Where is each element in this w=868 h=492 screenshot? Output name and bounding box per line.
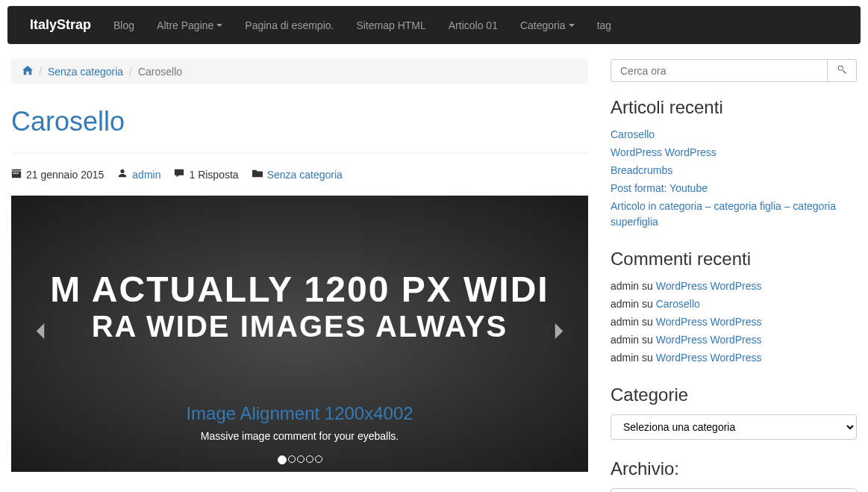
- comment-post-link[interactable]: WordPress WordPress: [656, 280, 762, 292]
- widget-title: Archivio:: [611, 458, 857, 479]
- carousel-prev[interactable]: [22, 314, 58, 355]
- widget-title: Categorie: [611, 384, 857, 405]
- nav-blog[interactable]: Blog: [102, 8, 146, 43]
- breadcrumb-current: Carosello: [123, 66, 182, 78]
- calendar-icon: [11, 168, 22, 181]
- nav-pagina-esempio[interactable]: Pagina di esempio.: [234, 8, 345, 43]
- sidebar: Articoli recenti Carosello WordPress Wor…: [611, 59, 857, 492]
- nav-categoria[interactable]: Categoria: [509, 8, 586, 43]
- search-form: [611, 59, 857, 82]
- archive-select[interactable]: Seleziona mese: [611, 488, 857, 492]
- carousel-image-text: M ACTUALLY 1200 PX WIDI RA WIDE IMAGES A…: [11, 269, 588, 343]
- nav-menu: Blog Altre Pagine Pagina di esempio. Sit…: [102, 8, 622, 43]
- comment-icon: [174, 168, 184, 181]
- chevron-down-icon: [216, 24, 222, 27]
- widget-archive: Archivio: Seleziona mese: [611, 458, 857, 492]
- post-author[interactable]: admin: [132, 169, 160, 181]
- comment-author: admin: [611, 298, 639, 310]
- comment-post-link[interactable]: WordPress WordPress: [656, 334, 762, 346]
- carousel-caption-title: Image Alignment 1200x4002: [11, 403, 588, 424]
- carousel: M ACTUALLY 1200 PX WIDI RA WIDE IMAGES A…: [11, 196, 588, 472]
- recent-post-link[interactable]: Breadcrumbs: [611, 164, 672, 176]
- post-meta: 21 gennaio 2015 admin 1 Risposta Senza c…: [11, 168, 588, 181]
- carousel-indicator-4[interactable]: [306, 455, 313, 463]
- recent-post-link[interactable]: Carosello: [611, 128, 655, 140]
- comment-post-link[interactable]: WordPress WordPress: [656, 352, 762, 364]
- post-category[interactable]: Senza categoria: [267, 169, 343, 181]
- carousel-indicator-1[interactable]: [278, 455, 287, 464]
- widget-categories: Categorie Seleziona una categoria: [611, 384, 857, 440]
- carousel-indicator-5[interactable]: [315, 455, 322, 463]
- widget-title: Commenti recenti: [611, 249, 857, 270]
- comment-author: admin: [611, 334, 639, 346]
- carousel-caption: Image Alignment 1200x4002 Massive image …: [11, 403, 588, 442]
- search-icon: [837, 66, 847, 77]
- nav-articolo-01[interactable]: Articolo 01: [437, 8, 509, 43]
- carousel-indicators: [278, 455, 322, 464]
- post-date: 21 gennaio 2015: [26, 169, 104, 181]
- carousel-indicator-3[interactable]: [297, 455, 305, 463]
- recent-post-link[interactable]: Post format: Youtube: [611, 182, 708, 194]
- page-title: Carosello: [11, 106, 588, 137]
- carousel-next[interactable]: [541, 314, 577, 355]
- recent-post-link[interactable]: Articolo in categoria – categoria figlia…: [611, 200, 836, 228]
- breadcrumb-category[interactable]: Senza categoria: [48, 66, 123, 78]
- navbar: ItalyStrap Blog Altre Pagine Pagina di e…: [7, 6, 861, 44]
- user-icon: [117, 168, 128, 181]
- chevron-right-icon: [549, 322, 569, 346]
- recent-post-link[interactable]: WordPress WordPress: [611, 146, 716, 158]
- brand-link[interactable]: ItalyStrap: [19, 6, 102, 44]
- comment-author: admin: [611, 316, 639, 328]
- breadcrumb: Senza categoria Carosello: [11, 59, 588, 84]
- divider: [11, 152, 588, 153]
- breadcrumb-home[interactable]: [22, 65, 33, 78]
- home-icon: [22, 66, 33, 78]
- folder-icon: [252, 168, 263, 181]
- widget-title: Articoli recenti: [611, 97, 857, 118]
- comment-post-link[interactable]: Carosello: [656, 298, 700, 310]
- chevron-down-icon: [569, 24, 575, 27]
- nav-altre-pagine[interactable]: Altre Pagine: [146, 8, 234, 43]
- carousel-caption-text: Massive image comment for your eyeballs.: [11, 430, 588, 442]
- post-comments: 1 Risposta: [189, 169, 238, 181]
- widget-recent-posts: Articoli recenti Carosello WordPress Wor…: [611, 97, 857, 230]
- main-content: Senza categoria Carosello Carosello 21 g…: [11, 59, 588, 492]
- comment-author: admin: [611, 280, 639, 292]
- nav-sitemap[interactable]: Sitemap HTML: [345, 8, 437, 43]
- widget-recent-comments: Commenti recenti admin su WordPress Word…: [611, 249, 857, 366]
- nav-tag[interactable]: tag: [586, 8, 622, 43]
- search-input[interactable]: [611, 59, 828, 82]
- search-button[interactable]: [828, 59, 857, 82]
- chevron-left-icon: [30, 322, 51, 346]
- comment-author: admin: [611, 352, 639, 364]
- category-select[interactable]: Seleziona una categoria: [611, 414, 857, 440]
- comment-post-link[interactable]: WordPress WordPress: [656, 316, 762, 328]
- carousel-indicator-2[interactable]: [288, 455, 296, 463]
